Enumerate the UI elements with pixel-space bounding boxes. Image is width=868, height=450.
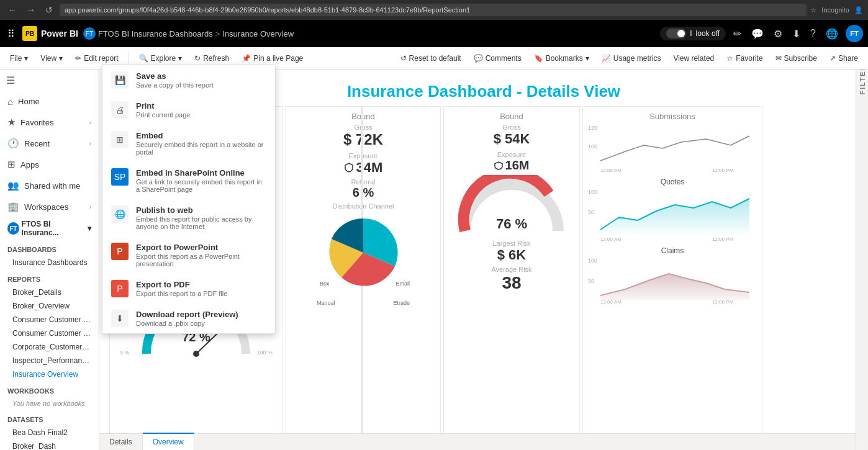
explore-label: Explore [151, 54, 176, 63]
embed-icon: ⊞ [111, 131, 129, 148]
bookmarks-button[interactable]: 🔖 Bookmarks ▾ [529, 52, 594, 65]
embed-title: Embed [136, 131, 266, 140]
refresh-button[interactable]: ↻ Refresh [189, 52, 234, 65]
breadcrumb-part2[interactable]: Insurance Overview [222, 29, 294, 38]
no-workbooks-text: You have no workbooks [0, 397, 99, 410]
embed-text: Embed Securely embed this report in a we… [136, 131, 266, 156]
sidebar-item-home[interactable]: ⌂ Home [0, 91, 99, 112]
quotes-line-chart: 100 50 12:00 AM 12:00 PM [588, 186, 757, 244]
sidebar-item-shared[interactable]: 👥 Shared with me [0, 175, 99, 196]
submissions-section-label: Submissions [588, 112, 757, 121]
tab-details[interactable]: Details [99, 434, 143, 450]
sidebar-sub-inspector[interactable]: Inspector_Performance_Dash... [0, 354, 99, 367]
forward-button[interactable]: → [24, 4, 38, 16]
sidebar-sub-bea-dash[interactable]: Bea Dash Final2 [0, 426, 99, 439]
pbi-logo-text: Power BI [41, 29, 78, 38]
sidebar-sub-insurance-overview[interactable]: Insurance Overview [0, 367, 99, 381]
explore-icon: 🔍 [139, 54, 148, 63]
sidebar-sub-broker-details[interactable]: Broker_Details [0, 286, 99, 299]
recent-label: Recent [24, 139, 50, 148]
pbi-logo: PB Power BI [22, 26, 78, 41]
sidebar-sub-consumer-v2[interactable]: Consumer Customer View V2 [0, 326, 99, 340]
exposure-label-right: Exposure [449, 151, 574, 158]
dropdown-download-report[interactable]: ⬇ Download report (Preview) Download a .… [102, 304, 275, 333]
sidebar-group-ftos[interactable]: FT FTOS BI Insuranc... ▾ [0, 217, 99, 240]
sidebar-sub-corporate[interactable]: Corporate_Customer_View_In... [0, 340, 99, 354]
usage-button[interactable]: 📈 Usage metrics [597, 52, 666, 65]
pie-box-label: Box [320, 281, 330, 287]
publish-icon: 🌐 [111, 205, 129, 223]
dropdown-export-ppt[interactable]: P Export to PowerPoint Export this repor… [102, 236, 275, 274]
explore-button[interactable]: 🔍 Explore ▾ [134, 52, 188, 65]
exposure-value-right-row: 16M [449, 158, 574, 173]
filters-panel[interactable]: FILTERS [856, 70, 868, 450]
dropdown-embed[interactable]: ⊞ Embed Securely embed this report in a … [102, 125, 275, 162]
subscribe-button[interactable]: ✉ Subscribe [771, 52, 822, 65]
datasets-section-label: DATASETS [0, 413, 99, 426]
view-related-button[interactable]: View related [668, 52, 719, 65]
svg-text:12:00 AM: 12:00 AM [600, 236, 622, 242]
favorite-button[interactable]: ☆ Favorite [721, 52, 767, 65]
dropdown-export-pdf[interactable]: P Export to PDF Export this report to a … [102, 274, 275, 304]
new-look-toggle[interactable]: Ilook off [660, 27, 726, 40]
svg-text:50: 50 [588, 278, 594, 284]
exposure-value-right: 16M [505, 158, 530, 173]
dropdown-print[interactable]: 🖨 Print Print current page [102, 95, 275, 125]
publish-title: Publish to web [136, 205, 266, 215]
refresh-icon: ↻ [194, 54, 201, 63]
sidebar-item-apps[interactable]: ⊞ Apps [0, 154, 99, 175]
comments-label: Comments [486, 54, 522, 63]
edit-icon[interactable]: ✏ [731, 25, 744, 42]
sidebar-toggle[interactable]: ☰ [0, 70, 99, 91]
sidebar-sub-insurance-dashboards[interactable]: Insurance Dashboards [0, 256, 99, 269]
referral-label: Referral [291, 178, 435, 186]
pie-chart-wrapper: Manual Etrade Box Email [323, 212, 404, 295]
sidebar-item-favorites[interactable]: ★ Favorites › [0, 112, 99, 133]
edit-report-button[interactable]: ✏ Edit report [70, 52, 123, 65]
largest-risk-section: Largest Risk $ 6K [449, 240, 574, 263]
svg-text:120: 120 [588, 125, 597, 131]
reset-button[interactable]: ↺ Reset to default [396, 52, 466, 65]
hundred-label: 100 % [256, 349, 273, 356]
dropdown-publish-web[interactable]: 🌐 Publish to web Embed this report for p… [102, 199, 275, 236]
pin-button[interactable]: 📌 Pin a live Page [237, 52, 308, 65]
dropdown-embed-sharepoint[interactable]: SP Embed in SharePoint Online Get a link… [102, 162, 275, 199]
download-report-text: Download report (Preview) Download a .pb… [136, 310, 238, 327]
settings-icon[interactable]: ⚙ [771, 25, 785, 42]
share-icon: ↗ [830, 54, 836, 63]
bound-gauge-section: 76 % [449, 175, 574, 237]
share-button[interactable]: ↗ Share [825, 52, 863, 65]
sidebar-sub-broker-overview[interactable]: Broker_Overview [0, 299, 99, 313]
reload-button[interactable]: ↺ [42, 4, 56, 16]
print-title: Print [136, 101, 190, 110]
sidebar-item-workspaces[interactable]: 🏢 Workspaces › [0, 196, 99, 217]
embed-sp-title: Embed in SharePoint Online [136, 168, 266, 178]
url-bar[interactable]: app.powerbi.com/groups/f0f4a26d-b548-446… [60, 4, 807, 16]
file-menu-button[interactable]: File ▾ [5, 52, 33, 65]
bound-gross-metric: Gross $ 72K [291, 124, 435, 148]
embed-desc: Securely embed this report in a website … [136, 141, 266, 156]
apps-label: Apps [20, 160, 39, 169]
waffle-icon[interactable]: ⠿ [5, 25, 17, 42]
browser-star-icon[interactable]: ☆ [810, 6, 816, 14]
help-icon[interactable]: ? [808, 25, 818, 42]
sidebar-sub-consumer-v1[interactable]: Consumer Customer View V1 [0, 313, 99, 326]
user-avatar[interactable]: FT [846, 25, 863, 42]
sidebar-item-recent[interactable]: 🕐 Recent › [0, 133, 99, 154]
breadcrumb-part1[interactable]: FTOS BI Insurance Dashboards [98, 29, 213, 38]
dropdown-save-as[interactable]: 💾 Save as Save a copy of this report [102, 65, 275, 95]
sidebar-sub-broker-dash[interactable]: Broker_Dash [0, 439, 99, 450]
view-menu-button[interactable]: View ▾ [35, 52, 68, 65]
publish-text: Publish to web Embed this report for pub… [136, 205, 266, 230]
toolbar-sep-1 [129, 53, 129, 64]
download-icon[interactable]: ⬇ [790, 25, 803, 42]
comment-icon[interactable]: 💬 [749, 25, 766, 42]
comments-button[interactable]: 💬 Comments [469, 52, 527, 65]
toggle-switch[interactable] [666, 29, 686, 38]
globe-icon[interactable]: 🌐 [823, 25, 841, 42]
recent-icon: 🕐 [7, 138, 19, 149]
back-button[interactable]: ← [5, 4, 20, 16]
svg-text:100: 100 [588, 189, 597, 195]
workbooks-section-label: WORKBOOKS [0, 385, 99, 397]
tab-overview[interactable]: Overview [143, 433, 194, 450]
